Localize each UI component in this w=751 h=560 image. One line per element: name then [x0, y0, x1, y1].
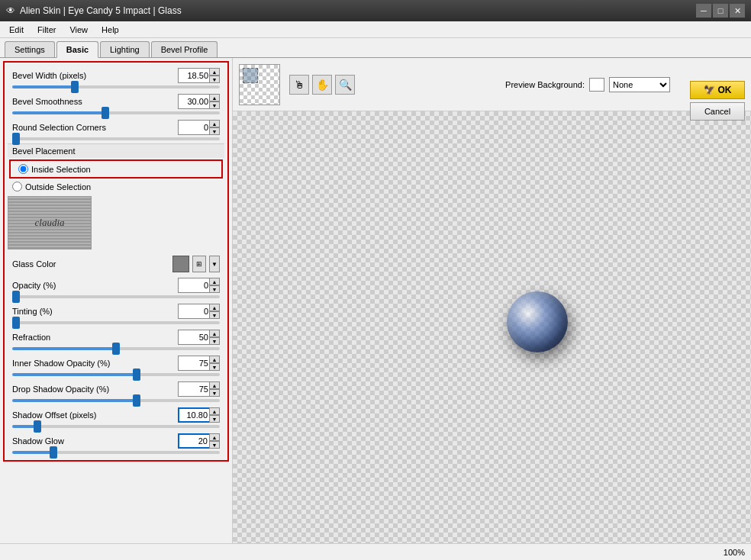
inner-shadow-slider-row: [8, 373, 224, 379]
outside-selection-row: Outside Selection: [8, 180, 224, 193]
refraction-spinbox[interactable]: ▲ ▼: [178, 330, 220, 345]
menu-view[interactable]: View: [63, 24, 94, 36]
bevel-width-slider[interactable]: [12, 85, 220, 89]
inner-shadow-up[interactable]: ▲: [209, 356, 220, 363]
inner-shadow-spinbox[interactable]: ▲ ▼: [178, 356, 220, 371]
tinting-up[interactable]: ▲: [209, 304, 220, 311]
inner-shadow-slider[interactable]: [12, 373, 220, 376]
glass-color-grid[interactable]: ⊞: [192, 256, 206, 272]
shadow-glow-slider[interactable]: [12, 451, 220, 454]
top-controls: 🖱 ✋ 🔍 Preview Background: None: [233, 58, 751, 111]
menu-help[interactable]: Help: [95, 24, 125, 36]
shadow-offset-spinbox[interactable]: ▲ ▼: [178, 407, 220, 423]
hand-tool-button[interactable]: ✋: [312, 75, 332, 95]
bevel-smoothness-label: Bevel Smoothness: [12, 97, 178, 106]
inside-selection-label: Inside Selection: [31, 165, 91, 174]
preview-bg-select[interactable]: None: [609, 77, 670, 92]
shadow-glow-up[interactable]: ▲: [209, 433, 220, 441]
glass-sphere: [507, 291, 568, 352]
bevel-width-slider-row: [8, 85, 224, 92]
bevel-width-up[interactable]: ▲: [209, 68, 220, 76]
refraction-down[interactable]: ▼: [209, 337, 220, 345]
glass-color-swatch[interactable]: [172, 256, 189, 272]
ok-icon: 🦅: [704, 85, 715, 95]
bevel-smoothness-down[interactable]: ▼: [209, 101, 220, 109]
glass-color-row: Glass Color ⊞ ▼: [8, 253, 224, 275]
inner-shadow-thumb[interactable]: [133, 369, 140, 381]
tinting-down[interactable]: ▼: [209, 311, 220, 319]
drop-shadow-slider[interactable]: [12, 399, 220, 402]
tab-bevel-profile[interactable]: Bevel Profile: [151, 41, 218, 57]
menu-edit[interactable]: Edit: [3, 24, 30, 36]
round-corners-slider[interactable]: [12, 137, 220, 140]
bevel-smoothness-thumb[interactable]: [102, 107, 109, 119]
tinting-thumb[interactable]: [12, 317, 20, 329]
minimize-button[interactable]: ─: [696, 4, 711, 18]
shadow-offset-thumb[interactable]: [34, 420, 41, 433]
maximize-button[interactable]: □: [713, 4, 728, 18]
shadow-glow-thumb[interactable]: [50, 446, 57, 459]
shadow-offset-down[interactable]: ▼: [209, 415, 220, 423]
tab-lighting[interactable]: Lighting: [100, 41, 150, 57]
refraction-thumb[interactable]: [112, 343, 120, 355]
outside-selection-radio[interactable]: [12, 182, 22, 191]
opacity-thumb[interactable]: [12, 291, 20, 303]
tinting-slider-row: [8, 321, 224, 327]
close-button[interactable]: ✕: [730, 4, 745, 18]
round-corners-slider-row: [8, 137, 224, 143]
drop-shadow-row: Drop Shadow Opacity (%) ▲ ▼: [8, 379, 224, 399]
bevel-smoothness-up[interactable]: ▲: [209, 94, 220, 101]
inner-shadow-down[interactable]: ▼: [209, 363, 220, 371]
bevel-width-spinbox[interactable]: ▲ ▼: [178, 68, 220, 83]
hand-icon: ✋: [316, 79, 329, 91]
inside-selection-radio[interactable]: [18, 164, 28, 174]
refraction-up[interactable]: ▲: [209, 330, 220, 337]
opacity-slider-row: [8, 295, 224, 301]
tinting-row: Tinting (%) ▲ ▼: [8, 301, 224, 321]
round-corners-spinbox[interactable]: ▲ ▼: [178, 120, 220, 135]
tinting-spinbox[interactable]: ▲ ▼: [178, 304, 220, 319]
shadow-offset-slider[interactable]: [12, 425, 220, 428]
shadow-glow-spinbox[interactable]: ▲ ▼: [178, 433, 220, 449]
window-title: Alien Skin | Eye Candy 5 Impact | Glass: [20, 5, 691, 16]
opacity-up[interactable]: ▲: [209, 278, 220, 285]
claudia-text: claudia: [35, 217, 65, 229]
glass-color-dropdown[interactable]: ▼: [209, 256, 220, 272]
preview-bg-control: Preview Background: None: [505, 77, 670, 92]
refraction-slider[interactable]: [12, 347, 220, 350]
claudia-preview: claudia: [8, 196, 92, 249]
bevel-smoothness-slider[interactable]: [12, 111, 220, 114]
tab-bar: Settings Basic Lighting Bevel Profile: [0, 38, 751, 58]
opacity-down[interactable]: ▼: [209, 285, 220, 293]
bevel-smoothness-spinbox[interactable]: ▲ ▼: [178, 94, 220, 109]
title-bar: 👁 Alien Skin | Eye Candy 5 Impact | Glas…: [0, 0, 751, 21]
tab-settings[interactable]: Settings: [5, 41, 55, 57]
preview-bg-label: Preview Background:: [505, 80, 585, 89]
drop-shadow-down[interactable]: ▼: [209, 389, 220, 397]
menu-filter[interactable]: Filter: [31, 24, 62, 36]
drop-shadow-thumb[interactable]: [133, 394, 140, 407]
tinting-slider[interactable]: [12, 321, 220, 324]
shadow-glow-down[interactable]: ▼: [209, 441, 220, 449]
shadow-offset-up[interactable]: ▲: [209, 407, 220, 415]
preview-canvas: [233, 111, 751, 543]
bevel-width-label: Bevel Width (pixels): [12, 71, 178, 80]
pointer-icon: 🖱: [294, 79, 305, 91]
drop-shadow-up[interactable]: ▲: [209, 381, 220, 389]
zoom-tool-button[interactable]: 🔍: [335, 75, 355, 95]
round-corners-up[interactable]: ▲: [209, 120, 220, 127]
bevel-width-row: Bevel Width (pixels) ▲ ▼: [8, 66, 224, 85]
opacity-slider[interactable]: [12, 295, 220, 298]
cancel-button[interactable]: Cancel: [690, 102, 745, 121]
drop-shadow-spinbox[interactable]: ▲ ▼: [178, 381, 220, 397]
bevel-width-down[interactable]: ▼: [209, 76, 220, 83]
opacity-spinbox[interactable]: ▲ ▼: [178, 278, 220, 293]
shadow-offset-label: Shadow Offset (pixels): [12, 410, 178, 420]
bevel-smoothness-row: Bevel Smoothness ▲ ▼: [8, 92, 224, 111]
pointer-tool-button[interactable]: 🖱: [289, 75, 309, 95]
bevel-width-thumb[interactable]: [71, 81, 79, 93]
round-corners-down[interactable]: ▼: [209, 127, 220, 135]
round-corners-thumb[interactable]: [12, 133, 20, 145]
ok-button[interactable]: 🦅 OK: [690, 81, 745, 99]
tab-basic[interactable]: Basic: [56, 41, 98, 58]
